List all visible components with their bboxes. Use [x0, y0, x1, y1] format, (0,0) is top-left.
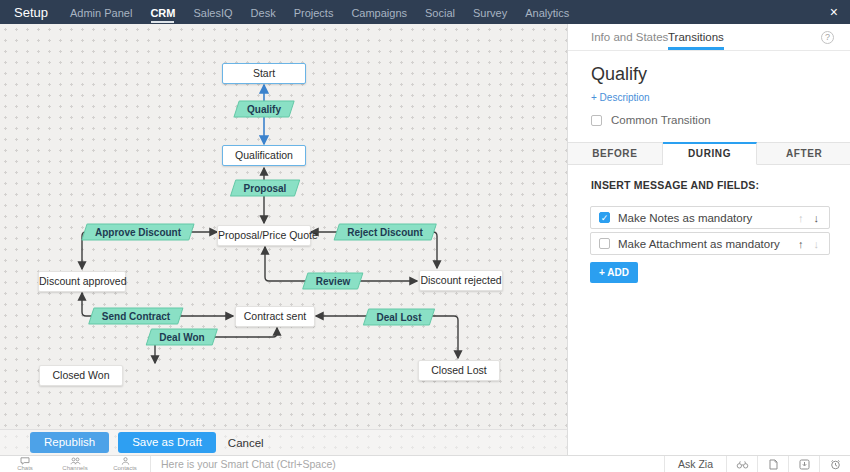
common-transition-checkbox[interactable] — [591, 115, 602, 126]
common-transition-row: Common Transition — [591, 114, 711, 126]
add-button[interactable]: + ADD — [590, 262, 638, 283]
contact-person-icon — [121, 457, 130, 465]
blueprint-canvas[interactable]: Start Qualification Proposal/Price Quote… — [0, 24, 567, 455]
field-row-notes[interactable]: Make Notes as mandatory ↑ ↓ — [590, 206, 830, 229]
contacts-dock-item[interactable]: Contacts — [100, 456, 150, 472]
transition-deal-won[interactable]: Deal Won — [148, 329, 215, 346]
transition-review[interactable]: Review — [305, 273, 361, 290]
dock-label: Channels — [62, 465, 87, 471]
chats-dock-item[interactable]: Chats — [0, 456, 50, 472]
blueprint-editor: Setup Admin Panel CRM SalesIQ Desk Proje… — [0, 0, 850, 472]
download-icon — [799, 459, 810, 470]
state-discount-rejected[interactable]: Discount rejected — [419, 270, 503, 291]
channels-people-icon — [70, 457, 81, 465]
tab-transitions[interactable]: Transitions — [668, 24, 724, 50]
move-down-icon[interactable]: ↓ — [814, 238, 820, 250]
stage-tabs: BEFORE DURING AFTER — [568, 142, 850, 165]
tab-info-and-states[interactable]: Info and States — [591, 24, 668, 50]
nav-analytics[interactable]: Analytics — [525, 2, 569, 23]
topbar: Setup Admin Panel CRM SalesIQ Desk Proje… — [0, 0, 850, 24]
nav-social[interactable]: Social — [425, 2, 455, 23]
nav-projects[interactable]: Projects — [294, 2, 334, 23]
republish-button[interactable]: Republish — [30, 432, 109, 453]
document-icon — [769, 459, 778, 470]
nav-campaigns[interactable]: Campaigns — [351, 2, 407, 23]
field-label: Make Attachment as mandatory — [618, 238, 788, 250]
field-row-attachment[interactable]: Make Attachment as mandatory ↑ ↓ — [590, 232, 830, 255]
cancel-button[interactable]: Cancel — [228, 437, 264, 449]
tab-before[interactable]: BEFORE — [568, 143, 663, 164]
transition-qualify[interactable]: Qualify — [236, 101, 292, 118]
move-up-icon[interactable]: ↑ — [798, 238, 804, 250]
panel-header: Info and States Transitions ? — [568, 24, 850, 51]
close-icon[interactable]: × — [830, 0, 838, 24]
smart-chat-bar: Chats Channels Contacts Ask Zia — [0, 455, 850, 472]
nav-desk[interactable]: Desk — [251, 2, 276, 23]
transition-approve-discount[interactable]: Approve Discount — [84, 224, 192, 241]
transition-send-contract[interactable]: Send Contract — [91, 308, 181, 325]
ask-zia-button[interactable]: Ask Zia — [665, 456, 726, 472]
nav-survey[interactable]: Survey — [473, 2, 507, 23]
common-transition-label: Common Transition — [611, 114, 711, 126]
state-contract-sent[interactable]: Contract sent — [235, 306, 315, 327]
state-closed-won[interactable]: Closed Won — [39, 365, 123, 386]
transition-reject-discount[interactable]: Reject Discount — [336, 224, 434, 241]
state-closed-lost[interactable]: Closed Lost — [418, 360, 500, 381]
state-qualification[interactable]: Qualification — [222, 145, 306, 166]
transition-title: Qualify — [591, 64, 647, 85]
tab-after[interactable]: AFTER — [757, 143, 850, 164]
channels-dock-item[interactable]: Channels — [50, 456, 100, 472]
reminders-button[interactable] — [820, 456, 850, 472]
add-description-link[interactable]: + Description — [591, 92, 650, 103]
transition-proposal[interactable]: Proposal — [233, 180, 298, 197]
setup-title: Setup — [14, 5, 48, 20]
move-up-icon[interactable]: ↑ — [798, 212, 804, 224]
state-discount-approved[interactable]: Discount approved — [38, 271, 126, 292]
save-as-draft-button[interactable]: Save as Draft — [118, 432, 216, 453]
attachment-checkbox[interactable] — [599, 238, 610, 249]
nav-salesiq[interactable]: SalesIQ — [193, 2, 232, 23]
zia-search-button[interactable] — [727, 456, 757, 472]
transition-panel: Info and States Transitions ? Qualify + … — [567, 24, 850, 455]
notes-checkbox[interactable] — [599, 212, 610, 223]
nav-admin-panel[interactable]: Admin Panel — [70, 2, 132, 23]
smart-chat-input[interactable] — [151, 456, 664, 472]
chat-bubble-icon — [20, 457, 30, 465]
move-down-icon[interactable]: ↓ — [814, 212, 820, 224]
binoculars-icon — [736, 460, 749, 469]
action-bar: Republish Save as Draft Cancel — [0, 429, 567, 455]
help-icon[interactable]: ? — [821, 31, 834, 44]
dock-label: Contacts — [113, 465, 137, 471]
state-start[interactable]: Start — [222, 63, 306, 84]
nav-crm[interactable]: CRM — [150, 2, 175, 23]
dock-label: Chats — [17, 465, 33, 471]
transition-deal-lost[interactable]: Deal Lost — [365, 309, 432, 326]
download-button[interactable] — [789, 456, 819, 472]
notes-button[interactable] — [758, 456, 788, 472]
state-proposal-price-quote[interactable]: Proposal/Price Quote — [217, 225, 311, 246]
field-label: Make Notes as mandatory — [618, 212, 788, 224]
top-navigation: Admin Panel CRM SalesIQ Desk Projects Ca… — [70, 0, 569, 24]
alarm-clock-icon — [830, 459, 841, 470]
tab-during[interactable]: DURING — [663, 142, 758, 165]
insert-message-heading: INSERT MESSAGE AND FIELDS: — [591, 179, 759, 191]
